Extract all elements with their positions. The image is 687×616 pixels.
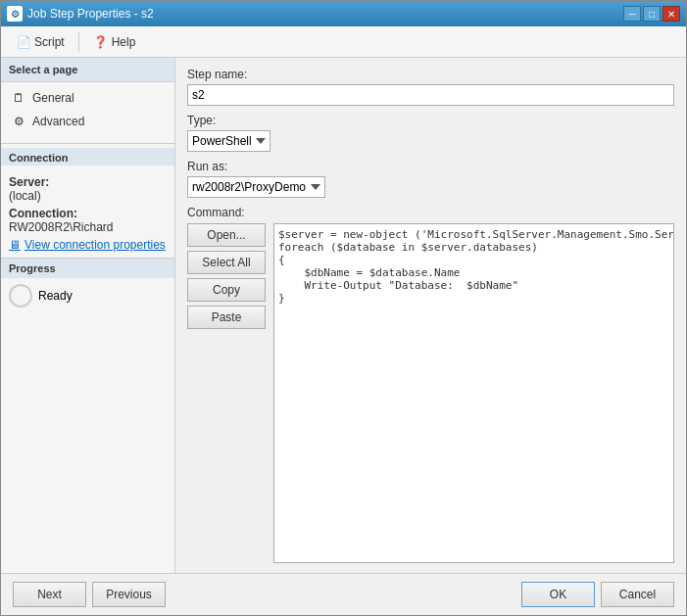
step-name-label: Step name: — [187, 68, 674, 81]
connection-section: Connection Server: (local) Connection: R… — [1, 143, 174, 258]
server-label: Server: — [9, 175, 167, 189]
copy-button[interactable]: Copy — [187, 278, 266, 302]
type-label: Type: — [187, 114, 674, 127]
type-group: Type: PowerShell — [187, 114, 674, 152]
connection-label: Connection: — [9, 207, 167, 220]
toolbar-separator — [78, 32, 79, 52]
sidebar-item-general[interactable]: 🗒 General — [1, 86, 174, 110]
sidebar-header: Select a page — [1, 58, 174, 82]
main-window: ⚙ Job Step Properties - s2 ─ □ ✕ 📄 Scrip… — [0, 0, 687, 616]
title-controls: ─ □ ✕ — [623, 6, 680, 22]
progress-title: Progress — [1, 259, 174, 278]
toolbar: 📄 Script ❓ Help — [1, 26, 686, 58]
view-connection-text: View connection properties — [25, 238, 166, 252]
sidebar-items: 🗒 General ⚙ Advanced — [1, 82, 174, 137]
type-select[interactable]: PowerShell — [187, 130, 270, 152]
progress-section: Progress Ready — [1, 258, 174, 313]
script-icon: 📄 — [16, 34, 31, 50]
command-textarea[interactable]: $server = new-object ('Microsoft.SqlServ… — [273, 223, 674, 563]
title-bar: ⚙ Job Step Properties - s2 ─ □ ✕ — [1, 1, 686, 26]
maximize-button[interactable]: □ — [643, 6, 661, 22]
runas-group: Run as: rw2008r2\ProxyDemo — [187, 160, 674, 198]
help-icon: ❓ — [93, 34, 109, 50]
help-button[interactable]: ❓ Help — [86, 31, 143, 53]
cancel-button[interactable]: Cancel — [601, 582, 674, 607]
minimize-button[interactable]: ─ — [623, 6, 641, 22]
runas-label: Run as: — [187, 160, 674, 173]
select-all-button[interactable]: Select All — [187, 251, 266, 274]
sidebar-item-general-label: General — [32, 91, 74, 105]
server-value: (local) — [9, 189, 167, 203]
previous-button[interactable]: Previous — [92, 582, 166, 607]
paste-button[interactable]: Paste — [187, 306, 266, 329]
sidebar-item-advanced[interactable]: ⚙ Advanced — [1, 110, 174, 133]
command-label: Command: — [187, 206, 674, 219]
sidebar: Select a page 🗒 General ⚙ Advanced Conne… — [1, 58, 175, 573]
nav-buttons: Next Previous — [13, 582, 166, 607]
script-label: Script — [34, 35, 65, 49]
help-label: Help — [112, 35, 136, 49]
ok-button[interactable]: OK — [521, 582, 595, 607]
progress-spinner — [9, 284, 32, 308]
next-button[interactable]: Next — [13, 582, 86, 607]
command-buttons: Open... Select All Copy Paste — [187, 223, 266, 563]
script-button[interactable]: 📄 Script — [9, 31, 72, 53]
window-title: Job Step Properties - s2 — [27, 7, 154, 21]
advanced-icon: ⚙ — [11, 114, 26, 129]
view-connection-icon: 🖥 — [9, 238, 21, 252]
runas-select[interactable]: rw2008r2\ProxyDemo — [187, 176, 325, 198]
connection-details: Server: (local) Connection: RW2008R2\Ric… — [1, 166, 174, 258]
main-content: Select a page 🗒 General ⚙ Advanced Conne… — [1, 58, 686, 573]
close-button[interactable]: ✕ — [662, 6, 680, 22]
sidebar-item-advanced-label: Advanced — [32, 115, 84, 128]
step-name-input[interactable] — [187, 84, 674, 106]
progress-content: Ready — [1, 278, 174, 313]
progress-status: Ready — [38, 289, 73, 303]
right-panel: Step name: Type: PowerShell Run as: rw20… — [175, 58, 686, 573]
bottom-bar: Next Previous OK Cancel — [1, 573, 686, 615]
connection-section-title: Connection — [1, 148, 174, 166]
step-name-group: Step name: — [187, 68, 674, 106]
connection-value: RW2008R2\Richard — [9, 220, 167, 234]
general-icon: 🗒 — [11, 90, 26, 106]
command-row: Open... Select All Copy Paste $server = … — [187, 223, 674, 563]
runas-select-wrapper: rw2008r2\ProxyDemo — [187, 176, 674, 198]
type-select-wrapper: PowerShell — [187, 130, 674, 152]
window-icon: ⚙ — [7, 6, 23, 22]
view-connection-link[interactable]: 🖥 View connection properties — [9, 238, 167, 252]
open-button[interactable]: Open... — [187, 223, 266, 247]
command-section: Command: Open... Select All Copy Paste $… — [187, 206, 674, 563]
